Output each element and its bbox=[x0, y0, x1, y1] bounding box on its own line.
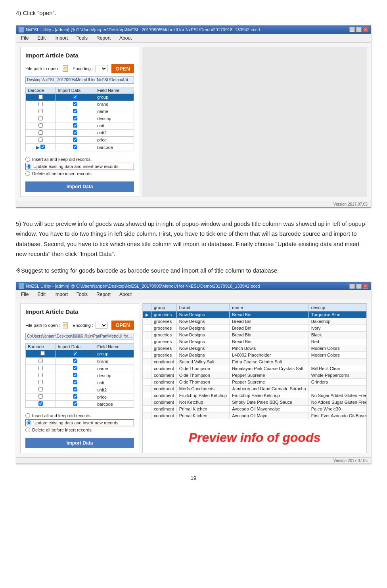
barcode-checkbox-2[interactable] bbox=[38, 401, 43, 406]
maximize-button[interactable]: □ bbox=[356, 27, 362, 32]
import-cell[interactable] bbox=[56, 129, 95, 136]
file-browse-icon-2[interactable]: 📁 bbox=[63, 322, 68, 328]
barcode-checkbox[interactable] bbox=[38, 95, 43, 99]
radio-input[interactable] bbox=[25, 157, 30, 162]
barcode-cell[interactable]: ▶ bbox=[26, 143, 56, 151]
menu-tools-2[interactable]: Tools bbox=[75, 291, 89, 298]
import-cell[interactable] bbox=[56, 101, 95, 108]
import-cell-2[interactable] bbox=[56, 350, 95, 358]
import-checkbox-2[interactable] bbox=[73, 373, 77, 377]
barcode-checkbox-2[interactable] bbox=[38, 366, 43, 370]
menu-import-2[interactable]: Import bbox=[53, 291, 69, 298]
barcode-checkbox-2[interactable] bbox=[38, 380, 43, 384]
import-cell-2[interactable] bbox=[56, 365, 95, 372]
barcode-checkbox-2[interactable] bbox=[38, 394, 43, 399]
import-cell[interactable] bbox=[56, 143, 95, 151]
minimize-button-2[interactable]: _ bbox=[349, 284, 355, 289]
barcode-cell-2[interactable] bbox=[26, 393, 56, 401]
menu-tools[interactable]: Tools bbox=[75, 34, 89, 42]
import-checkbox[interactable] bbox=[73, 95, 77, 99]
import-checkbox-2[interactable] bbox=[73, 387, 77, 391]
close-button-2[interactable]: ✕ bbox=[363, 284, 368, 289]
import-cell-2[interactable] bbox=[56, 379, 95, 386]
radio-input[interactable] bbox=[25, 413, 30, 418]
barcode-cell[interactable] bbox=[26, 101, 56, 108]
barcode-cell-2[interactable]: ▶ bbox=[26, 350, 56, 358]
menu-about[interactable]: About bbox=[118, 34, 133, 42]
menu-report-2[interactable]: Report bbox=[95, 291, 112, 298]
barcode-checkbox[interactable] bbox=[38, 102, 43, 106]
barcode-cell[interactable] bbox=[26, 129, 56, 136]
menu-about-2[interactable]: About bbox=[118, 291, 133, 298]
barcode-checkbox[interactable] bbox=[38, 130, 43, 135]
radio-input[interactable] bbox=[27, 164, 31, 169]
import-checkbox-2[interactable] bbox=[73, 366, 77, 370]
barcode-cell-2[interactable] bbox=[26, 401, 56, 408]
filepath-input-2[interactable] bbox=[25, 333, 134, 340]
barcode-checkbox-2[interactable] bbox=[40, 351, 45, 355]
import-checkbox[interactable] bbox=[73, 102, 77, 106]
import-checkbox-2[interactable] bbox=[73, 359, 77, 363]
menu-import[interactable]: Import bbox=[53, 34, 69, 42]
table-row: name bbox=[26, 108, 134, 115]
barcode-checkbox[interactable] bbox=[40, 145, 45, 149]
import-cell[interactable] bbox=[56, 122, 95, 129]
import-checkbox[interactable] bbox=[73, 137, 77, 142]
encoding-select-2[interactable] bbox=[96, 322, 107, 329]
minimize-button[interactable]: _ bbox=[349, 27, 355, 32]
barcode-checkbox-2[interactable] bbox=[38, 373, 43, 377]
import-checkbox[interactable] bbox=[73, 145, 77, 149]
radio-input[interactable] bbox=[25, 171, 30, 176]
barcode-checkbox-2[interactable] bbox=[38, 387, 43, 391]
import-cell[interactable] bbox=[56, 108, 95, 115]
import-checkbox-2[interactable] bbox=[73, 401, 77, 406]
import-checkbox-2[interactable] bbox=[73, 394, 77, 399]
import-button-2[interactable]: Import Data bbox=[25, 438, 134, 448]
radio-input[interactable] bbox=[25, 428, 30, 432]
barcode-cell[interactable] bbox=[26, 94, 56, 101]
encoding-select[interactable] bbox=[96, 65, 107, 72]
barcode-cell-2[interactable] bbox=[26, 358, 56, 365]
import-button-1[interactable]: Import Data bbox=[25, 181, 134, 192]
menu-edit[interactable]: Edit bbox=[36, 34, 47, 42]
import-cell-2[interactable] bbox=[56, 358, 95, 365]
barcode-cell-2[interactable] bbox=[26, 365, 56, 372]
radio-input[interactable] bbox=[27, 420, 31, 425]
barcode-cell[interactable] bbox=[26, 115, 56, 122]
menu-report[interactable]: Report bbox=[95, 34, 112, 42]
import-checkbox[interactable] bbox=[73, 123, 77, 128]
maximize-button-2[interactable]: □ bbox=[356, 284, 362, 289]
barcode-checkbox[interactable] bbox=[38, 123, 43, 128]
import-cell[interactable] bbox=[56, 136, 95, 143]
import-cell[interactable] bbox=[56, 94, 95, 101]
barcode-checkbox[interactable] bbox=[38, 109, 43, 113]
menu-file[interactable]: File bbox=[19, 34, 30, 42]
import-cell-2[interactable] bbox=[56, 401, 95, 408]
open-button[interactable]: OPEN bbox=[111, 64, 134, 73]
barcode-cell-2[interactable] bbox=[26, 379, 56, 386]
import-checkbox[interactable] bbox=[73, 116, 77, 120]
barcode-cell[interactable] bbox=[26, 122, 56, 129]
import-checkbox[interactable] bbox=[73, 109, 77, 113]
barcode-checkbox-2[interactable] bbox=[38, 359, 43, 363]
barcode-checkbox[interactable] bbox=[38, 116, 43, 120]
barcode-cell-2[interactable] bbox=[26, 386, 56, 393]
import-checkbox-2[interactable] bbox=[73, 380, 77, 384]
barcode-checkbox[interactable] bbox=[38, 137, 43, 142]
menu-file-2[interactable]: File bbox=[19, 291, 30, 298]
close-button[interactable]: ✕ bbox=[363, 27, 368, 32]
barcode-cell-2[interactable] bbox=[26, 372, 56, 379]
filepath-input-1[interactable] bbox=[25, 76, 134, 84]
import-checkbox[interactable] bbox=[73, 130, 77, 135]
import-cell[interactable] bbox=[56, 115, 95, 122]
barcode-cell[interactable] bbox=[26, 108, 56, 115]
barcode-cell[interactable] bbox=[26, 136, 56, 143]
import-checkbox-2[interactable] bbox=[73, 351, 77, 356]
import-cell-2[interactable] bbox=[56, 372, 95, 379]
import-cell-2[interactable] bbox=[56, 386, 95, 393]
file-browse-icon[interactable]: 📁 bbox=[63, 65, 68, 72]
open-button-2[interactable]: OPEN bbox=[111, 321, 134, 330]
table-row: condimentPrimal KitchenAvocado Oil MayoF… bbox=[143, 412, 367, 419]
import-cell-2[interactable] bbox=[56, 393, 95, 401]
menu-edit-2[interactable]: Edit bbox=[36, 291, 47, 298]
